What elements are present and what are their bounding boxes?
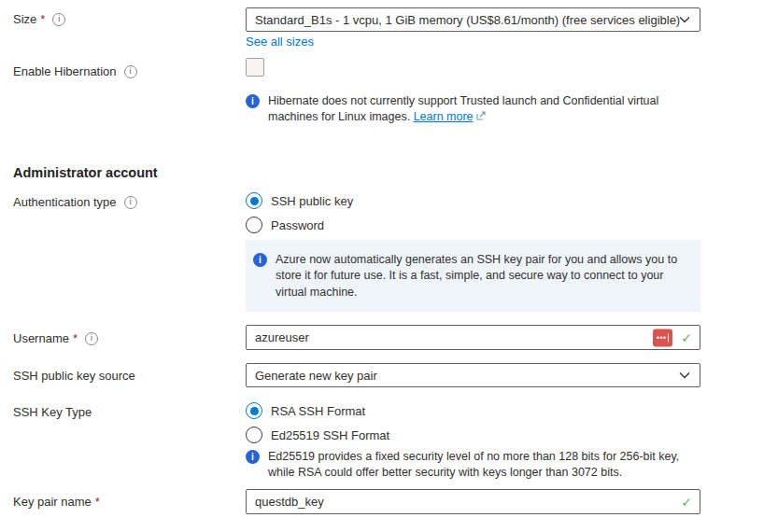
chevron-down-icon — [679, 371, 690, 379]
keypair-name-label-text: Key pair name — [13, 495, 92, 509]
hibernation-note-text: Hibernate does not currently support Tru… — [268, 93, 692, 125]
keypair-name-label: Key pair name* — [13, 495, 100, 509]
key-type-radio-ed25519-label: Ed25519 SSH Format — [271, 428, 389, 442]
hibernation-note: i Hibernate does not currently support T… — [246, 93, 692, 125]
chevron-down-icon — [679, 16, 690, 23]
ed25519-note: i Ed25519 provides a fixed security leve… — [246, 449, 700, 481]
auth-type-label-text: Authentication type — [13, 195, 117, 209]
key-type-label: SSH Key Type — [13, 405, 92, 419]
username-label-text: Username — [13, 331, 69, 345]
username-label: Username* i — [13, 331, 98, 345]
auth-type-label: Authentication type i — [13, 195, 137, 209]
hibernation-tooltip-icon[interactable]: i — [124, 65, 137, 78]
vm-create-form: Size* i Standard_B1s - 1 vcpu, 1 GiB mem… — [0, 0, 778, 532]
key-type-label-text: SSH Key Type — [13, 405, 92, 419]
auth-radio-ssh[interactable]: SSH public key — [246, 191, 353, 210]
size-tooltip-icon[interactable]: i — [52, 13, 65, 26]
see-all-sizes-link[interactable]: See all sizes — [246, 35, 314, 49]
size-label-text: Size — [13, 12, 36, 26]
keypair-name-field-wrap: ✓ — [246, 489, 700, 514]
username-field-wrap: ••• ✓ — [246, 325, 700, 350]
auth-radio-password-label: Password — [271, 218, 324, 232]
info-icon: i — [246, 94, 260, 108]
required-mark: * — [40, 12, 45, 26]
hibernation-label: Enable Hibernation i — [13, 64, 137, 78]
radio-unselected-icon — [246, 427, 262, 443]
key-source-select[interactable]: Generate new key pair — [246, 363, 700, 387]
hibernation-checkbox[interactable] — [246, 58, 264, 77]
size-select-value: Standard_B1s - 1 vcpu, 1 GiB memory (US$… — [255, 13, 680, 27]
key-source-select-value: Generate new key pair — [255, 369, 377, 383]
auth-type-tooltip-icon[interactable]: i — [124, 196, 137, 209]
key-source-label: SSH public key source — [13, 369, 135, 383]
username-tooltip-icon[interactable]: i — [85, 332, 98, 345]
ed25519-note-text: Ed25519 provides a fixed security level … — [268, 449, 700, 481]
key-type-radio-rsa[interactable]: RSA SSH Format — [246, 401, 365, 420]
learn-more-link[interactable]: Learn more — [414, 110, 474, 123]
ssh-keypair-infobox: i Azure now automatically generates an S… — [246, 240, 700, 312]
radio-selected-icon — [246, 192, 262, 209]
info-icon: i — [253, 253, 267, 267]
ssh-keypair-infobox-text: Azure now automatically generates an SSH… — [276, 252, 687, 301]
key-source-label-text: SSH public key source — [13, 369, 135, 383]
info-icon: i — [246, 450, 260, 464]
key-type-radio-ed25519[interactable]: Ed25519 SSH Format — [246, 426, 389, 444]
keypair-name-input[interactable] — [246, 489, 700, 514]
password-manager-autofill-icon[interactable]: ••• — [653, 329, 672, 346]
username-input[interactable] — [246, 325, 700, 350]
size-label: Size* i — [13, 12, 65, 26]
auth-radio-ssh-label: SSH public key — [271, 194, 353, 208]
auth-radio-password[interactable]: Password — [246, 216, 324, 234]
hibernation-label-text: Enable Hibernation — [13, 64, 117, 78]
required-mark: * — [95, 495, 100, 509]
radio-selected-icon — [246, 402, 262, 419]
admin-account-heading: Administrator account — [13, 165, 158, 180]
key-type-radio-rsa-label: RSA SSH Format — [271, 404, 365, 418]
required-mark: * — [73, 331, 78, 345]
radio-unselected-icon — [246, 217, 262, 233]
external-link-icon — [476, 109, 486, 125]
size-select[interactable]: Standard_B1s - 1 vcpu, 1 GiB memory (US$… — [246, 7, 700, 32]
autofill-dots: ••• — [657, 333, 667, 343]
